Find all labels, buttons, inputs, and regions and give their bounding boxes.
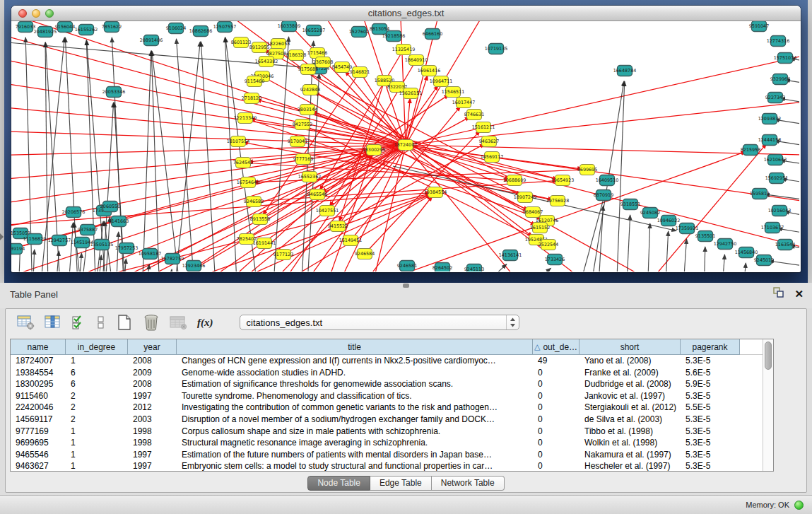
graph-node[interactable]: 9246582 xyxy=(244,197,264,207)
create-column-button[interactable] xyxy=(113,314,136,331)
graph-node[interactable]: 6870919 xyxy=(594,190,613,201)
graph-node[interactable]: 1595811 xyxy=(750,189,770,199)
graph-node[interactable]: 16017447 xyxy=(452,98,476,108)
graph-node[interactable]: 9135501 xyxy=(695,231,715,242)
graph-node[interactable]: 1527602 xyxy=(349,27,369,37)
graph-node[interactable]: 1615152 xyxy=(530,223,550,233)
window-zoom-button[interactable] xyxy=(45,9,54,18)
graph-edge[interactable] xyxy=(153,194,431,271)
cell-short[interactable]: Jankovic et al. (1997) xyxy=(579,390,681,402)
graph-node[interactable]: 12444158 xyxy=(758,135,782,146)
graph-node[interactable]: 7851622 xyxy=(102,22,122,33)
graph-edge[interactable] xyxy=(514,268,551,271)
graph-node[interactable]: 9375887 xyxy=(78,225,98,235)
graph-node[interactable]: 8186328 xyxy=(286,50,306,61)
cell-short[interactable]: Hescheler et al. (1997) xyxy=(579,460,681,471)
graph-node[interactable]: 2522544 xyxy=(539,240,558,250)
graph-node[interactable]: 9242848 xyxy=(300,85,320,95)
table-options-button[interactable] xyxy=(14,315,38,330)
cell-out_de[interactable]: 0 xyxy=(533,367,579,379)
graph-node[interactable]: 2060550 xyxy=(100,201,120,212)
graph-node[interactable]: 9170041 xyxy=(288,136,307,147)
graph-node[interactable]: 9227343 xyxy=(765,93,785,103)
cell-name[interactable]: 18724007 xyxy=(11,355,66,367)
cell-short[interactable]: Yano et al. (2008) xyxy=(579,355,681,367)
graph-node[interactable]: 10655287 xyxy=(302,25,326,36)
network-canvas[interactable]: 7916033204819259156044161552627851622208… xyxy=(11,21,799,271)
graph-node[interactable]: 20891406 xyxy=(140,35,163,46)
column-header-name[interactable]: name xyxy=(11,339,66,355)
graph-node[interactable]: 12507557 xyxy=(213,22,237,33)
graph-node[interactable]: 19756928 xyxy=(546,196,570,206)
cell-pagerank[interactable]: 5.3E-5 xyxy=(681,437,740,449)
graph-edge[interactable] xyxy=(168,269,172,271)
graph-edge[interactable] xyxy=(616,81,625,271)
column-header-short[interactable]: short xyxy=(579,339,681,355)
graph-node[interactable]: 20053346 xyxy=(102,87,126,98)
graph-node[interactable]: 6466160 xyxy=(423,29,442,40)
cell-short[interactable]: de Silva et al. (2003) xyxy=(579,414,681,426)
cell-title[interactable]: Genome-wide association studies in ADHD. xyxy=(177,367,533,379)
graph-node[interactable]: 16155262 xyxy=(75,25,98,35)
graph-node[interactable]: 9318551 xyxy=(620,199,640,210)
tab-edge-table[interactable]: Edge Table xyxy=(370,476,432,491)
cell-pagerank[interactable]: 5.5E-5 xyxy=(681,402,740,414)
cell-year[interactable]: 2008 xyxy=(128,378,177,390)
cell-title[interactable]: Embryonic stem cells: a model to study s… xyxy=(177,460,533,471)
cell-title[interactable]: Structural magnetic resonance image aver… xyxy=(177,437,533,449)
delete-column-button[interactable] xyxy=(139,314,163,331)
graph-node[interactable]: 2367608 xyxy=(313,57,333,68)
cell-pagerank[interactable]: 5.3E-5 xyxy=(681,414,740,426)
graph-node[interactable]: 10862686 xyxy=(189,26,213,37)
row-checklist-button[interactable] xyxy=(68,315,89,330)
graph-node[interactable]: 9246584 xyxy=(355,249,375,259)
row-height-button[interactable] xyxy=(93,315,110,330)
cell-pagerank[interactable]: 5.6E-5 xyxy=(681,367,740,379)
graph-node[interactable]: 9141663 xyxy=(109,216,129,227)
cell-in_degree[interactable]: 1 xyxy=(66,449,128,461)
cell-name[interactable]: 14569117 xyxy=(11,414,66,426)
graph-edge[interactable] xyxy=(743,263,746,271)
cell-year[interactable]: 1998 xyxy=(128,426,177,438)
graph-node[interactable]: 8264502 xyxy=(433,263,452,272)
window-minimize-button[interactable] xyxy=(32,9,40,18)
close-panel-icon[interactable]: ✕ xyxy=(794,288,804,300)
cell-name[interactable]: 9115460 xyxy=(11,390,66,402)
table-row[interactable]: 2242004622012Investigating the contribut… xyxy=(11,402,763,414)
cell-in_degree[interactable]: 1 xyxy=(66,355,128,367)
graph-node[interactable]: 12942750 xyxy=(714,239,737,250)
cell-pagerank[interactable]: 5.9E-5 xyxy=(681,378,740,390)
cell-name[interactable]: 18300295 xyxy=(11,378,66,390)
graph-edge[interactable] xyxy=(704,247,705,271)
graph-node[interactable]: 17103677 xyxy=(761,223,784,233)
table-row[interactable]: 911546021997Tourette syndrome. Phenomeno… xyxy=(11,390,763,402)
graph-node[interactable]: 19654923 xyxy=(551,175,575,186)
cell-pagerank[interactable]: 5.3E-5 xyxy=(681,449,740,461)
cell-name[interactable]: 9465546 xyxy=(11,449,66,461)
graph-node[interactable]: 9245113 xyxy=(464,264,484,272)
graph-node[interactable]: 9591047 xyxy=(749,21,769,32)
cell-year[interactable]: 1998 xyxy=(128,437,177,449)
network-window[interactable]: citations_edges.txt 79160332048192591560… xyxy=(11,6,801,272)
cell-in_degree[interactable]: 2 xyxy=(66,414,128,426)
graph-node[interactable]: 12942757 xyxy=(48,235,71,246)
graph-node[interactable]: 10719135 xyxy=(485,44,508,54)
graph-node[interactable]: 16210643 xyxy=(764,155,787,165)
cell-short[interactable]: Wolkin et al. (1998) xyxy=(579,437,681,449)
table-row[interactable]: 946362711997Embryonic stem cells: a mode… xyxy=(11,460,763,471)
graph-node[interactable]: 9177123 xyxy=(273,250,293,260)
table-row[interactable]: 1872400712008Changes of HCN gene express… xyxy=(11,355,763,367)
cell-pagerank[interactable]: 5.3E-5 xyxy=(681,426,740,438)
cell-title[interactable]: Disruption of a novel member of a sodium… xyxy=(177,414,533,426)
graph-node[interactable]: 16782759 xyxy=(161,254,184,264)
cell-short[interactable]: Dudbridge et al. (2008) xyxy=(579,378,681,390)
scrollbar-thumb[interactable] xyxy=(765,341,772,370)
cell-out_de[interactable]: 0 xyxy=(533,426,579,438)
graph-node[interactable]: 20206576 xyxy=(62,207,86,218)
cell-year[interactable]: 2008 xyxy=(128,355,177,367)
cell-name[interactable]: 9699695 xyxy=(11,437,66,449)
cell-title[interactable]: Tourette syndrome. Phenomenology and cla… xyxy=(177,390,533,402)
column-header-year[interactable]: year xyxy=(128,339,177,355)
cell-short[interactable]: Franke et al. (2009) xyxy=(579,367,681,379)
graph-node[interactable]: 9115460 xyxy=(245,76,264,87)
